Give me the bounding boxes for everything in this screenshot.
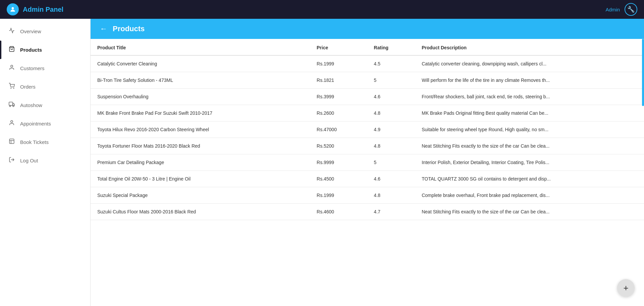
sidebar-item-label: Autoshow bbox=[20, 102, 42, 108]
sidebar-item-customers[interactable]: Customers bbox=[0, 59, 90, 78]
cell-price: Rs.9999 bbox=[310, 154, 367, 171]
sidebar-item-label: Book Tickets bbox=[20, 139, 49, 145]
overview-icon bbox=[8, 28, 15, 35]
svg-point-6 bbox=[9, 105, 11, 107]
table-row[interactable]: Suzuki Cultus Floor Mats 2000-2016 Black… bbox=[91, 204, 644, 220]
sidebar-item-booktickets[interactable]: Book Tickets bbox=[0, 133, 90, 151]
topnav: Admin Panel Admin 🔧 bbox=[0, 0, 644, 19]
svg-point-0 bbox=[12, 7, 14, 9]
cell-description: Suitable for steering wheel type Round, … bbox=[415, 121, 644, 138]
table-row[interactable]: MK Brake Front Brake Pad For Suzuki Swif… bbox=[91, 105, 644, 121]
cell-title: Suspension Overhauling bbox=[91, 89, 310, 105]
cell-description: Will perform for the life of the tire in… bbox=[415, 72, 644, 89]
cell-price: Rs.4600 bbox=[310, 204, 367, 220]
col-header-title: Product Title bbox=[91, 39, 310, 55]
svg-rect-9 bbox=[9, 139, 14, 144]
table-row[interactable]: Total Engine Oil 20W-50 - 3 Litre | Engi… bbox=[91, 171, 644, 187]
layout: Overview Products Customers bbox=[0, 19, 644, 306]
table-row[interactable]: Catalytic Converter CleaningRs.19994.5Ca… bbox=[91, 55, 644, 72]
svg-point-2 bbox=[11, 65, 13, 67]
cell-title: Toyota Fortuner Floor Mats 2016-2020 Bla… bbox=[91, 138, 310, 154]
add-button[interactable]: + bbox=[617, 279, 635, 297]
settings-icon[interactable]: 🔧 bbox=[625, 3, 637, 16]
table-row[interactable]: Suspension OverhaulingRs.39994.6Front/Re… bbox=[91, 89, 644, 105]
cell-title: Suzuki Cultus Floor Mats 2000-2016 Black… bbox=[91, 204, 310, 220]
table-row[interactable]: Bi-Tron Tire Safety Solution - 473MLRs.1… bbox=[91, 72, 644, 89]
sidebar-item-label: Orders bbox=[20, 84, 36, 90]
cell-rating: 4.8 bbox=[367, 138, 415, 154]
cell-price: Rs.5200 bbox=[310, 138, 367, 154]
cell-rating: 5 bbox=[367, 72, 415, 89]
main-content: ← Products Product Title Price Rating Pr… bbox=[91, 19, 644, 306]
cell-title: Toyota Hilux Revo 2016-2020 Carbon Steer… bbox=[91, 121, 310, 138]
cell-rating: 5 bbox=[367, 154, 415, 171]
products-table: Product Title Price Rating Product Descr… bbox=[91, 39, 644, 220]
cell-rating: 4.6 bbox=[367, 171, 415, 187]
svg-point-7 bbox=[13, 105, 14, 107]
cell-title: Suzuki Special Package bbox=[91, 187, 310, 204]
table-row[interactable]: Toyota Fortuner Floor Mats 2016-2020 Bla… bbox=[91, 138, 644, 154]
sidebar-item-autoshow[interactable]: Autoshow bbox=[0, 96, 90, 114]
logout-icon bbox=[8, 157, 15, 164]
cell-description: Neat Stitching Fits exactly to the size … bbox=[415, 138, 644, 154]
col-header-description: Product Description bbox=[415, 39, 644, 55]
cell-description: TOTAL QUARTZ 3000 SG oil contains to det… bbox=[415, 171, 644, 187]
svg-point-4 bbox=[13, 88, 14, 89]
cell-description: Complete brake overhaul, Front brake pad… bbox=[415, 187, 644, 204]
appointments-icon bbox=[8, 120, 15, 128]
topnav-right: Admin 🔧 bbox=[605, 3, 637, 16]
customers-icon bbox=[8, 64, 15, 72]
cell-title: Bi-Tron Tire Safety Solution - 473ML bbox=[91, 72, 310, 89]
logo-icon bbox=[7, 3, 19, 15]
cell-description: MK Brake Pads Original fitting Best qual… bbox=[415, 105, 644, 121]
cell-description: Interior Polish, Exterior Detailing, Int… bbox=[415, 154, 644, 171]
cell-description: Front/Rear shockers, ball joint, rack en… bbox=[415, 89, 644, 105]
col-header-rating: Rating bbox=[367, 39, 415, 55]
topnav-left: Admin Panel bbox=[7, 3, 63, 15]
col-header-price: Price bbox=[310, 39, 367, 55]
cell-price: Rs.4500 bbox=[310, 171, 367, 187]
table-area[interactable]: Product Title Price Rating Product Descr… bbox=[91, 39, 644, 306]
orders-icon bbox=[8, 83, 15, 91]
sidebar-item-label: Appointments bbox=[20, 121, 51, 126]
cell-rating: 4.9 bbox=[367, 121, 415, 138]
cell-title: Total Engine Oil 20W-50 - 3 Litre | Engi… bbox=[91, 171, 310, 187]
sidebar-item-appointments[interactable]: Appointments bbox=[0, 114, 90, 133]
svg-point-8 bbox=[11, 120, 13, 122]
cell-description: Neat Stitching Fits exactly to the size … bbox=[415, 204, 644, 220]
cell-price: Rs.1999 bbox=[310, 187, 367, 204]
sidebar-item-orders[interactable]: Orders bbox=[0, 78, 90, 96]
svg-rect-5 bbox=[9, 102, 13, 105]
scrollbar-accent bbox=[642, 39, 644, 106]
table-row[interactable]: Suzuki Special PackageRs.19994.8Complete… bbox=[91, 187, 644, 204]
cell-price: Rs.1999 bbox=[310, 55, 367, 72]
autoshow-icon bbox=[8, 101, 15, 109]
cell-rating: 4.7 bbox=[367, 204, 415, 220]
sidebar-item-label: Overview bbox=[20, 29, 41, 34]
sidebar-item-overview[interactable]: Overview bbox=[0, 22, 90, 41]
sidebar: Overview Products Customers bbox=[0, 19, 91, 306]
page-title: Products bbox=[113, 24, 145, 33]
sidebar-item-products[interactable]: Products bbox=[0, 41, 90, 59]
svg-point-3 bbox=[11, 88, 11, 89]
sidebar-item-logout[interactable]: Log Out bbox=[0, 151, 90, 170]
sidebar-item-label: Products bbox=[20, 47, 42, 53]
table-row[interactable]: Premium Car Detailing PackageRs.99995Int… bbox=[91, 154, 644, 171]
products-icon bbox=[8, 46, 15, 54]
cell-rating: 4.8 bbox=[367, 105, 415, 121]
cell-price: Rs.47000 bbox=[310, 121, 367, 138]
cell-description: Catalytic converter cleaning, downpiping… bbox=[415, 55, 644, 72]
cell-title: Catalytic Converter Cleaning bbox=[91, 55, 310, 72]
cell-title: Premium Car Detailing Package bbox=[91, 154, 310, 171]
table-header-row: Product Title Price Rating Product Descr… bbox=[91, 39, 644, 55]
cell-rating: 4.6 bbox=[367, 89, 415, 105]
sidebar-item-label: Customers bbox=[20, 65, 45, 71]
back-button[interactable]: ← bbox=[100, 24, 107, 33]
cell-price: Rs.2600 bbox=[310, 105, 367, 121]
app-title: Admin Panel bbox=[23, 6, 63, 13]
sidebar-item-label: Log Out bbox=[20, 158, 38, 163]
table-row[interactable]: Toyota Hilux Revo 2016-2020 Carbon Steer… bbox=[91, 121, 644, 138]
booktickets-icon bbox=[8, 138, 15, 146]
admin-label: Admin bbox=[605, 7, 620, 12]
cell-title: MK Brake Front Brake Pad For Suzuki Swif… bbox=[91, 105, 310, 121]
